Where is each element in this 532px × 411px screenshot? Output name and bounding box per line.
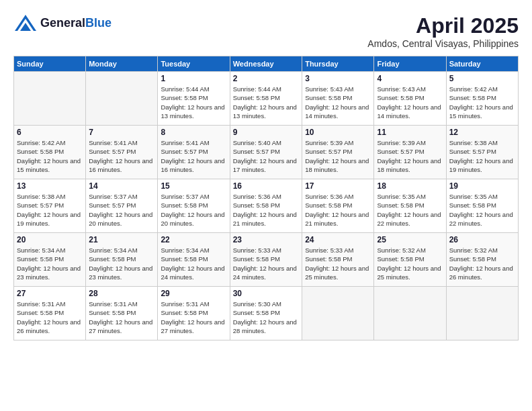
day-detail: Sunrise: 5:38 AMSunset: 5:57 PMDaylight:… bbox=[17, 192, 83, 228]
day-detail: Sunrise: 5:41 AMSunset: 5:57 PMDaylight:… bbox=[161, 138, 226, 174]
calendar-cell bbox=[86, 72, 158, 126]
day-number: 28 bbox=[89, 289, 154, 298]
day-number: 18 bbox=[377, 181, 443, 191]
day-number: 22 bbox=[161, 235, 226, 244]
calendar-week-4: 20Sunrise: 5:34 AMSunset: 5:58 PMDayligh… bbox=[14, 233, 519, 287]
calendar-cell: 17Sunrise: 5:36 AMSunset: 5:58 PMDayligh… bbox=[302, 179, 374, 233]
calendar-cell: 27Sunrise: 5:31 AMSunset: 5:58 PMDayligh… bbox=[14, 287, 86, 340]
day-number: 27 bbox=[17, 289, 83, 298]
weekday-header-monday: Monday bbox=[86, 56, 158, 72]
day-detail: Sunrise: 5:43 AMSunset: 5:58 PMDaylight:… bbox=[305, 85, 371, 120]
day-detail: Sunrise: 5:34 AMSunset: 5:58 PMDaylight:… bbox=[17, 246, 83, 281]
calendar-table: SundayMondayTuesdayWednesdayThursdayFrid… bbox=[13, 56, 519, 340]
day-detail: Sunrise: 5:43 AMSunset: 5:58 PMDaylight:… bbox=[377, 85, 443, 120]
day-detail: Sunrise: 5:37 AMSunset: 5:57 PMDaylight:… bbox=[89, 192, 154, 228]
calendar-cell: 5Sunrise: 5:42 AMSunset: 5:58 PMDaylight… bbox=[446, 72, 518, 126]
day-number: 20 bbox=[17, 235, 83, 244]
calendar-cell: 11Sunrise: 5:39 AMSunset: 5:57 PMDayligh… bbox=[374, 126, 446, 179]
day-number: 15 bbox=[161, 181, 226, 191]
logo-blue-text: Blue bbox=[85, 16, 112, 30]
day-number: 24 bbox=[305, 235, 371, 244]
day-detail: Sunrise: 5:30 AMSunset: 5:58 PMDaylight:… bbox=[233, 300, 299, 335]
day-detail: Sunrise: 5:42 AMSunset: 5:58 PMDaylight:… bbox=[17, 138, 83, 174]
calendar-cell: 14Sunrise: 5:37 AMSunset: 5:57 PMDayligh… bbox=[86, 179, 158, 233]
calendar-cell: 13Sunrise: 5:38 AMSunset: 5:57 PMDayligh… bbox=[14, 179, 86, 233]
day-number: 11 bbox=[377, 128, 443, 137]
weekday-header-wednesday: Wednesday bbox=[230, 56, 302, 72]
day-detail: Sunrise: 5:31 AMSunset: 5:58 PMDaylight:… bbox=[89, 300, 154, 335]
day-detail: Sunrise: 5:39 AMSunset: 5:57 PMDaylight:… bbox=[305, 138, 371, 174]
day-number: 17 bbox=[305, 181, 371, 191]
day-detail: Sunrise: 5:34 AMSunset: 5:58 PMDaylight:… bbox=[89, 246, 154, 281]
day-number: 10 bbox=[305, 128, 371, 137]
day-detail: Sunrise: 5:36 AMSunset: 5:58 PMDaylight:… bbox=[305, 192, 371, 228]
day-number: 19 bbox=[449, 181, 515, 191]
day-detail: Sunrise: 5:39 AMSunset: 5:57 PMDaylight:… bbox=[377, 138, 443, 174]
day-number: 5 bbox=[449, 74, 515, 83]
calendar-cell bbox=[302, 287, 374, 340]
calendar-cell: 30Sunrise: 5:30 AMSunset: 5:58 PMDayligh… bbox=[230, 287, 302, 340]
calendar-cell: 2Sunrise: 5:44 AMSunset: 5:58 PMDaylight… bbox=[230, 72, 302, 126]
calendar-cell bbox=[374, 287, 446, 340]
day-detail: Sunrise: 5:32 AMSunset: 5:58 PMDaylight:… bbox=[377, 246, 443, 281]
calendar-cell: 19Sunrise: 5:35 AMSunset: 5:58 PMDayligh… bbox=[446, 179, 518, 233]
calendar-cell: 28Sunrise: 5:31 AMSunset: 5:58 PMDayligh… bbox=[86, 287, 158, 340]
calendar-cell: 7Sunrise: 5:41 AMSunset: 5:57 PMDaylight… bbox=[86, 126, 158, 179]
day-detail: Sunrise: 5:42 AMSunset: 5:58 PMDaylight:… bbox=[449, 85, 515, 120]
day-number: 16 bbox=[233, 181, 299, 191]
weekday-header-sunday: Sunday bbox=[14, 56, 86, 72]
calendar-cell bbox=[446, 287, 518, 340]
title-area: April 2025 Amdos, Central Visayas, Phili… bbox=[367, 13, 519, 49]
day-detail: Sunrise: 5:35 AMSunset: 5:58 PMDaylight:… bbox=[449, 192, 515, 228]
day-number: 6 bbox=[17, 128, 83, 137]
day-number: 23 bbox=[233, 235, 299, 244]
day-number: 3 bbox=[305, 74, 371, 83]
calendar-week-5: 27Sunrise: 5:31 AMSunset: 5:58 PMDayligh… bbox=[14, 287, 519, 340]
calendar-cell: 15Sunrise: 5:37 AMSunset: 5:58 PMDayligh… bbox=[158, 179, 230, 233]
day-number: 8 bbox=[161, 128, 226, 137]
day-detail: Sunrise: 5:36 AMSunset: 5:58 PMDaylight:… bbox=[233, 192, 299, 228]
day-detail: Sunrise: 5:40 AMSunset: 5:57 PMDaylight:… bbox=[233, 138, 299, 174]
day-detail: Sunrise: 5:31 AMSunset: 5:58 PMDaylight:… bbox=[17, 300, 83, 335]
day-number: 21 bbox=[89, 235, 154, 244]
day-detail: Sunrise: 5:35 AMSunset: 5:58 PMDaylight:… bbox=[377, 192, 443, 228]
calendar-header-row: SundayMondayTuesdayWednesdayThursdayFrid… bbox=[14, 56, 519, 72]
day-detail: Sunrise: 5:44 AMSunset: 5:58 PMDaylight:… bbox=[233, 85, 299, 120]
weekday-header-tuesday: Tuesday bbox=[158, 56, 230, 72]
calendar-cell: 24Sunrise: 5:33 AMSunset: 5:58 PMDayligh… bbox=[302, 233, 374, 287]
day-detail: Sunrise: 5:33 AMSunset: 5:58 PMDaylight:… bbox=[233, 246, 299, 281]
day-number: 1 bbox=[161, 74, 226, 83]
calendar-week-1: 1Sunrise: 5:44 AMSunset: 5:58 PMDaylight… bbox=[14, 72, 519, 126]
day-number: 30 bbox=[233, 289, 299, 298]
logo-icon bbox=[13, 13, 38, 32]
calendar-cell: 25Sunrise: 5:32 AMSunset: 5:58 PMDayligh… bbox=[374, 233, 446, 287]
calendar-cell: 16Sunrise: 5:36 AMSunset: 5:58 PMDayligh… bbox=[230, 179, 302, 233]
day-number: 14 bbox=[89, 181, 154, 191]
weekday-header-saturday: Saturday bbox=[446, 56, 518, 72]
calendar-cell bbox=[14, 72, 86, 126]
calendar-cell: 3Sunrise: 5:43 AMSunset: 5:58 PMDaylight… bbox=[302, 72, 374, 126]
calendar-cell: 1Sunrise: 5:44 AMSunset: 5:58 PMDaylight… bbox=[158, 72, 230, 126]
day-number: 25 bbox=[377, 235, 443, 244]
month-title: April 2025 bbox=[367, 13, 519, 38]
calendar-cell: 22Sunrise: 5:34 AMSunset: 5:58 PMDayligh… bbox=[158, 233, 230, 287]
logo-general-text: General bbox=[40, 16, 85, 30]
day-number: 2 bbox=[233, 74, 299, 83]
day-detail: Sunrise: 5:44 AMSunset: 5:58 PMDaylight:… bbox=[161, 85, 226, 120]
day-detail: Sunrise: 5:33 AMSunset: 5:58 PMDaylight:… bbox=[305, 246, 371, 281]
header: GeneralBlue April 2025 Amdos, Central Vi… bbox=[13, 13, 519, 49]
calendar-week-2: 6Sunrise: 5:42 AMSunset: 5:58 PMDaylight… bbox=[14, 126, 519, 179]
calendar-cell: 21Sunrise: 5:34 AMSunset: 5:58 PMDayligh… bbox=[86, 233, 158, 287]
day-number: 9 bbox=[233, 128, 299, 137]
calendar-cell: 12Sunrise: 5:38 AMSunset: 5:57 PMDayligh… bbox=[446, 126, 518, 179]
calendar-cell: 9Sunrise: 5:40 AMSunset: 5:57 PMDaylight… bbox=[230, 126, 302, 179]
calendar-cell: 10Sunrise: 5:39 AMSunset: 5:57 PMDayligh… bbox=[302, 126, 374, 179]
calendar-cell: 4Sunrise: 5:43 AMSunset: 5:58 PMDaylight… bbox=[374, 72, 446, 126]
day-number: 13 bbox=[17, 181, 83, 191]
calendar-week-3: 13Sunrise: 5:38 AMSunset: 5:57 PMDayligh… bbox=[14, 179, 519, 233]
calendar-cell: 20Sunrise: 5:34 AMSunset: 5:58 PMDayligh… bbox=[14, 233, 86, 287]
day-number: 7 bbox=[89, 128, 154, 137]
day-number: 12 bbox=[449, 128, 515, 137]
day-detail: Sunrise: 5:37 AMSunset: 5:58 PMDaylight:… bbox=[161, 192, 226, 228]
calendar-cell: 26Sunrise: 5:32 AMSunset: 5:58 PMDayligh… bbox=[446, 233, 518, 287]
